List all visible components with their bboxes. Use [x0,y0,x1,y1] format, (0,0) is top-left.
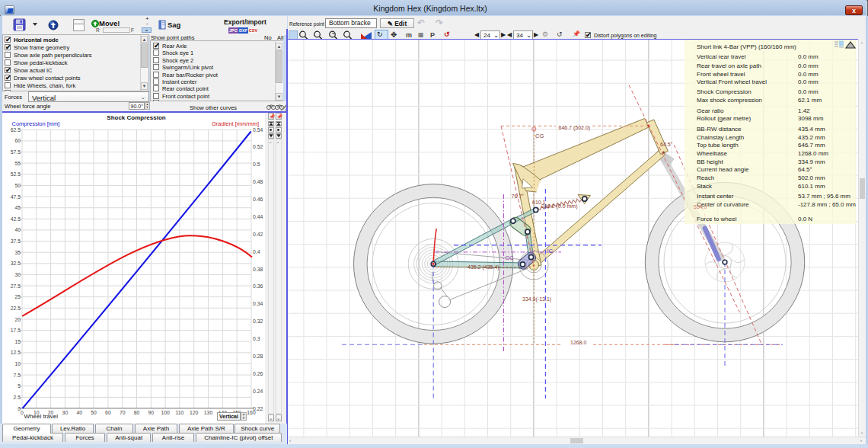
svg-text:42.5: 42.5 [11,216,21,222]
svg-text:0.34: 0.34 [253,301,263,306]
svg-text:Wheel travel: Wheel travel [24,413,59,420]
svg-text:25: 25 [14,294,21,299]
svg-text:0.38: 0.38 [253,267,263,272]
svg-text:64.5°: 64.5° [660,142,673,147]
svg-text:37.5: 37.5 [11,238,21,244]
svg-text:57.5: 57.5 [11,149,21,155]
svg-text:0.48: 0.48 [253,179,263,184]
svg-text:27.5: 27.5 [11,283,21,289]
svg-text:62.5: 62.5 [11,127,21,133]
svg-text:0.24: 0.24 [253,389,263,394]
svg-text:Compression [mm]: Compression [mm] [12,120,60,127]
svg-text:CG: CG [535,133,544,139]
svg-text:0.46: 0.46 [253,197,263,202]
svg-text:15: 15 [14,339,21,344]
svg-text:40: 40 [76,410,82,415]
svg-text:0.28: 0.28 [253,354,263,359]
svg-text:646.7 (502.0): 646.7 (502.0) [559,125,591,131]
svg-text:60: 60 [105,410,111,415]
svg-text:17.5: 17.5 [11,328,21,333]
svg-text:0.54: 0.54 [253,127,263,133]
svg-text:0: 0 [21,410,24,415]
svg-text:0.32: 0.32 [253,318,263,324]
svg-text:0.42: 0.42 [253,232,263,237]
svg-text:110: 110 [175,410,183,415]
svg-text:0.4: 0.4 [253,249,260,254]
svg-text:32.5: 32.5 [11,261,21,266]
svg-text:90: 90 [148,410,155,415]
svg-text:12.5: 12.5 [11,350,21,355]
svg-text:30: 30 [62,410,69,415]
svg-text:0.52: 0.52 [253,144,263,149]
svg-text:120: 120 [190,410,199,415]
svg-text:47.5: 47.5 [11,194,21,200]
svg-text:7.5: 7.5 [14,373,21,378]
svg-text:Shock Compression: Shock Compression [107,114,165,121]
svg-text:0.44: 0.44 [253,214,263,219]
svg-text:45: 45 [14,205,21,210]
svg-text:30: 30 [14,272,21,277]
svg-text:76.7°: 76.7° [512,194,525,199]
svg-text:100: 100 [161,410,170,415]
svg-text:60: 60 [14,138,21,143]
svg-text:130: 130 [204,410,213,415]
svg-text:334.9(-13.1): 334.9(-13.1) [522,296,551,302]
svg-text:70: 70 [120,410,126,415]
svg-text:2.5: 2.5 [14,395,21,400]
svg-text:35: 35 [14,250,21,255]
svg-text:50: 50 [91,410,97,415]
svg-text:Gradient [mm/mm]: Gradient [mm/mm] [212,120,259,127]
svg-text:80: 80 [134,410,140,415]
svg-text:22.5: 22.5 [11,306,21,311]
svg-text:52.5: 52.5 [11,171,21,177]
svg-text:50: 50 [14,183,21,188]
svg-text:1268.0: 1268.0 [570,340,587,345]
svg-text:0.36: 0.36 [253,283,263,289]
svg-text:40: 40 [14,227,21,232]
svg-text:10: 10 [14,361,21,366]
svg-text:0.26: 0.26 [253,371,263,376]
svg-text:216.0 (0.0 mm): 216.0 (0.0 mm) [541,203,577,210]
svg-text:5: 5 [18,383,21,389]
svg-text:55: 55 [14,161,21,166]
svg-text:160: 160 [247,410,256,415]
svg-text:435.2 (435.4): 435.2 (435.4) [468,264,499,270]
svg-text:20: 20 [14,317,21,322]
svg-text:0.3: 0.3 [253,336,260,341]
svg-text:CC: CC [506,254,514,261]
svg-text:0.5: 0.5 [253,162,260,167]
svg-text:IC: IC [547,248,554,254]
